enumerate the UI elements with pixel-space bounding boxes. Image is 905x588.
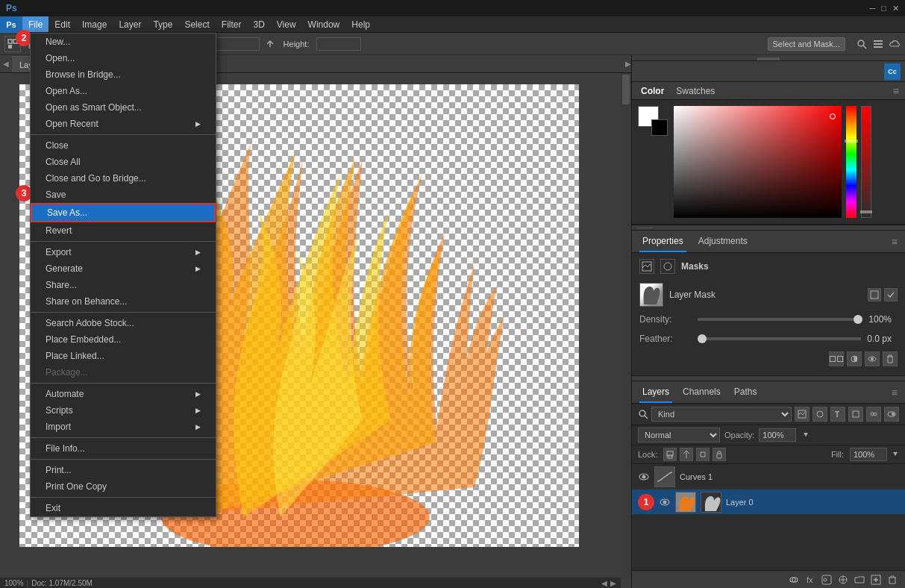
color-tab[interactable]: Color: [638, 86, 667, 96]
menu-layer[interactable]: Layer: [113, 16, 147, 32]
menu-filter[interactable]: Filter: [216, 16, 248, 32]
menu-place-linked[interactable]: Place Linked...: [31, 348, 216, 364]
menu-print-one-copy[interactable]: Print One Copy: [31, 478, 216, 495]
menu-generate[interactable]: Generate: [31, 260, 216, 277]
menu-print[interactable]: Print...: [31, 462, 216, 478]
properties-tab[interactable]: Properties: [639, 231, 686, 252]
lock-position-btn[interactable]: [680, 448, 693, 461]
cc-icon[interactable]: Cc: [884, 63, 901, 80]
search-icon[interactable]: [856, 38, 868, 50]
adjustment-filter-btn[interactable]: [812, 407, 827, 422]
panel-left-btn[interactable]: ◀: [3, 55, 9, 72]
fill-input[interactable]: 100%: [850, 448, 887, 461]
cloud-icon[interactable]: [889, 38, 901, 50]
blend-mode-select[interactable]: Normal: [638, 428, 720, 442]
opacity-dropdown-btn[interactable]: [802, 430, 810, 440]
adjustments-tab[interactable]: Adjustments: [695, 231, 751, 252]
menu-close[interactable]: Close: [31, 137, 216, 154]
layer-item-layer0[interactable]: 1 Layer 0: [632, 490, 905, 515]
nav-right-btn[interactable]: ▶: [610, 579, 616, 587]
menu-open-recent[interactable]: Open Recent: [31, 116, 216, 132]
menu-open-as[interactable]: Open As...: [31, 83, 216, 99]
menu-new[interactable]: New...: [31, 34, 216, 50]
menu-close-go-bridge[interactable]: Close and Go to Bridge...: [31, 170, 216, 187]
feather-slider[interactable]: [698, 337, 861, 340]
lock-all-btn[interactable]: [713, 448, 726, 461]
add-mask-btn[interactable]: [820, 573, 833, 587]
panel-right-btn[interactable]: ▶: [625, 55, 631, 72]
opacity-input[interactable]: 100%: [759, 428, 796, 442]
apply-mask-btn[interactable]: [868, 288, 881, 301]
layer-visibility-curves[interactable]: [638, 471, 650, 483]
menu-place-embedded[interactable]: Place Embedded...: [31, 331, 216, 348]
density-slider[interactable]: [698, 318, 862, 321]
menu-select[interactable]: Select: [178, 16, 215, 32]
shape-filter-btn[interactable]: [848, 407, 863, 422]
menu-save[interactable]: Save: [31, 187, 216, 203]
menu-help[interactable]: Help: [345, 16, 376, 32]
add-layer-btn[interactable]: [869, 573, 883, 587]
menu-save-as[interactable]: Save As...: [31, 203, 216, 222]
smart-filter-btn[interactable]: [866, 407, 881, 422]
add-style-btn[interactable]: fx: [804, 573, 817, 587]
background-swatch[interactable]: [651, 119, 668, 136]
add-adjustment-btn[interactable]: [836, 573, 850, 587]
mask-options-btn[interactable]: [884, 288, 898, 301]
invert-mask-btn[interactable]: [847, 351, 862, 366]
menu-revert[interactable]: Revert: [31, 222, 216, 239]
menu-browse-in-bridge[interactable]: Browse in Bridge...: [31, 66, 216, 83]
menu-edit[interactable]: Edit: [48, 16, 76, 32]
hue-slider[interactable]: [846, 106, 857, 218]
swatches-tab[interactable]: Swatches: [673, 86, 718, 96]
text-filter-btn[interactable]: T: [830, 407, 845, 422]
close-btn[interactable]: ✕: [892, 4, 899, 13]
swap-icon[interactable]: [264, 38, 276, 50]
visibility-mask-btn[interactable]: [865, 351, 880, 366]
menu-search-adobe-stock[interactable]: Search Adobe Stock...: [31, 315, 216, 331]
channels-tab[interactable]: Channels: [680, 381, 724, 403]
props-options[interactable]: ≡: [892, 236, 898, 248]
refine-mask-btn[interactable]: [829, 351, 844, 366]
menu-view[interactable]: View: [271, 16, 302, 32]
menu-file-info[interactable]: File Info...: [31, 440, 216, 457]
menu-3d[interactable]: 3D: [247, 16, 270, 32]
layers-options[interactable]: ≡: [892, 387, 898, 398]
fill-dropdown-btn[interactable]: [892, 449, 899, 460]
menu-type[interactable]: Type: [147, 16, 178, 32]
color-panel-options[interactable]: ≡: [893, 85, 899, 97]
pixel-filter-btn[interactable]: [795, 407, 810, 422]
menu-automate[interactable]: Automate: [31, 386, 216, 402]
lock-artboard-btn[interactable]: [696, 448, 710, 461]
menu-share[interactable]: Share...: [31, 277, 216, 293]
delete-mask-btn[interactable]: [883, 351, 898, 366]
menu-image[interactable]: Image: [76, 16, 113, 32]
kind-select[interactable]: Kind: [651, 407, 792, 422]
lock-pixels-btn[interactable]: [663, 448, 677, 461]
layer-visibility-layer0[interactable]: [659, 496, 671, 508]
toggle-filter-btn[interactable]: [884, 407, 899, 422]
menu-exit[interactable]: Exit: [31, 500, 216, 516]
layers-tab[interactable]: Layers: [639, 381, 672, 403]
layer-mask-thumbnail[interactable]: [639, 283, 663, 307]
menu-window[interactable]: Window: [302, 16, 346, 32]
link-layers-btn[interactable]: [787, 573, 801, 587]
delete-layer-btn[interactable]: [886, 573, 899, 587]
menu-close-all[interactable]: Close All: [31, 154, 216, 170]
add-group-btn[interactable]: [853, 573, 866, 587]
menu-scripts[interactable]: Scripts: [31, 402, 216, 419]
select-and-mask-btn[interactable]: Select and Mask...: [768, 37, 846, 51]
color-gradient-box[interactable]: [674, 106, 842, 218]
vertical-scrollbar[interactable]: [621, 73, 631, 578]
nav-left-btn[interactable]: ◀: [601, 579, 607, 587]
fg-bg-swatch[interactable]: [638, 106, 668, 136]
panel-icon[interactable]: [872, 38, 884, 50]
menu-open[interactable]: Open...: [31, 50, 216, 66]
maximize-btn[interactable]: □: [881, 4, 886, 13]
layer-item-curves[interactable]: Curves 1: [632, 464, 905, 490]
vector-mask-icon[interactable]: [660, 259, 675, 274]
paths-tab[interactable]: Paths: [731, 381, 760, 403]
opacity-slider[interactable]: [861, 106, 871, 218]
menu-import[interactable]: Import: [31, 419, 216, 435]
menu-export[interactable]: Export: [31, 244, 216, 260]
menu-share-behance[interactable]: Share on Behance...: [31, 293, 216, 310]
